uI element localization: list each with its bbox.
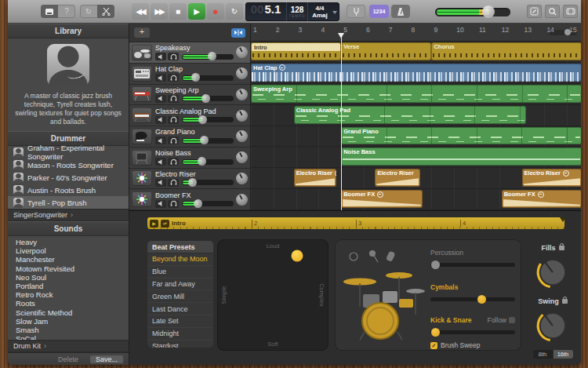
note-pad-button[interactable]	[527, 5, 542, 18]
solo-button[interactable]	[168, 116, 179, 124]
region-grand-piano[interactable]: Grand Piano	[341, 127, 581, 145]
record-button[interactable]: ●	[207, 3, 224, 20]
brush-sweep-checkbox[interactable]: ✓	[430, 342, 437, 349]
solo-button[interactable]	[168, 179, 179, 187]
sound-item-portland[interactable]: Portland	[8, 282, 129, 290]
region-verse[interactable]: Verse	[341, 42, 431, 60]
sound-item-socal[interactable]: SoCal	[8, 334, 129, 340]
sound-item-roots[interactable]: Roots	[8, 299, 129, 308]
region-noise-bass[interactable]: Noise Bass	[341, 148, 581, 166]
preset-blue[interactable]: Blue	[147, 266, 213, 279]
track-header-sweeping-arp[interactable]: Sweeping Arp	[129, 85, 250, 106]
drum-kit-illustration[interactable]	[339, 246, 427, 348]
region-boomer-fx[interactable]: Boomer FX	[341, 190, 423, 208]
track-header-noise-bass[interactable]: Noise Bass	[129, 148, 250, 169]
pan-knob[interactable]	[236, 130, 248, 142]
lane-sweeping-arp[interactable]: Sweeping Arp	[251, 84, 581, 105]
mute-button[interactable]	[155, 74, 166, 82]
solo-button[interactable]	[168, 74, 179, 82]
volume-thumb[interactable]	[191, 73, 200, 82]
mute-button[interactable]	[155, 116, 166, 124]
track-volume-slider[interactable]	[182, 54, 234, 60]
track-volume-slider[interactable]	[182, 138, 234, 144]
slider-thumb[interactable]	[431, 261, 440, 269]
lcd-display[interactable]: 00 5.1 128 tempo 4/4 Amaj	[245, 2, 339, 21]
slider-thumb[interactable]	[431, 328, 440, 337]
mute-button[interactable]	[155, 179, 166, 187]
save-button[interactable]: Save...	[89, 355, 124, 364]
slider-thumb[interactable]	[477, 295, 486, 304]
pan-knob[interactable]	[236, 173, 248, 184]
sound-item-slow-jam[interactable]: Slow Jam	[8, 317, 129, 326]
param-slider-percussion[interactable]	[430, 263, 515, 267]
editors-button[interactable]	[97, 5, 114, 18]
param-slider-kick-snare[interactable]	[430, 330, 515, 334]
mute-button[interactable]	[155, 200, 166, 208]
sound-item-scientific-method[interactable]: Scientific Method	[8, 308, 129, 317]
timeline[interactable]: 123456789101112131415 Intro Verse Chorus…	[251, 24, 581, 210]
breadcrumb-category[interactable]: SingerSongwriter ›	[8, 209, 129, 221]
param-slider-cymbals[interactable]	[430, 297, 515, 301]
pan-knob[interactable]	[236, 67, 248, 79]
playhead[interactable]	[341, 33, 342, 210]
lane-hat-clap[interactable]: Hat Clap	[251, 63, 581, 84]
loop-browser-button[interactable]	[545, 5, 560, 18]
follow-checkbox[interactable]	[509, 317, 515, 323]
track-header-speakeasy[interactable]: Speakeasy	[129, 42, 250, 64]
track-header-electro-riser[interactable]: Electro Riser	[129, 169, 250, 190]
lane-speakeasy[interactable]: Intro Verse Chorus	[251, 42, 581, 63]
library-toggle-button[interactable]	[41, 5, 58, 18]
lane-electro-riser[interactable]: Electro Riser Electro Riser Electro Rise…	[251, 168, 581, 189]
region-intro[interactable]: Intro	[251, 42, 341, 60]
fills-knob[interactable]	[535, 253, 571, 290]
add-track-button[interactable]: +	[134, 27, 150, 38]
preset-late-set[interactable]: Late Set	[147, 315, 213, 328]
track-volume-slider[interactable]	[182, 159, 234, 165]
sound-item-smash[interactable]: Smash	[8, 326, 129, 334]
drummer-item-mason-roots-songwriter[interactable]: Mason - Roots Songwriter	[8, 158, 129, 171]
quick-help-button[interactable]: ?	[58, 5, 75, 18]
mute-button[interactable]	[155, 95, 166, 103]
sound-item-liverpool[interactable]: Liverpool	[8, 246, 129, 255]
track-header-boomer-fx[interactable]: Boomer FX	[129, 189, 250, 210]
preset-green-mill[interactable]: Green Mill	[147, 290, 213, 303]
drummer-item-graham-experimental-songwriter[interactable]: Graham - Experimental Songwriter	[8, 146, 129, 158]
rate-8th-button[interactable]: 8th	[533, 350, 553, 359]
track-volume-slider[interactable]	[182, 180, 234, 185]
count-in-button[interactable]: 1234	[369, 5, 389, 18]
preset-midnight[interactable]: Midnight	[147, 328, 213, 341]
play-button[interactable]: ▶	[188, 3, 205, 20]
region-hat-clap[interactable]: Hat Clap	[251, 64, 581, 82]
sound-item-neo-soul[interactable]: Neo Soul	[8, 273, 129, 282]
rate-16th-button[interactable]: 16th	[554, 350, 573, 359]
sound-item-motown-revisited[interactable]: Motown Revisited	[8, 264, 129, 273]
lane-grand-piano[interactable]: Grand Piano	[251, 126, 581, 148]
track-volume-slider[interactable]	[182, 75, 234, 81]
pan-knob[interactable]	[236, 46, 248, 58]
drummer-item-austin-roots-brush[interactable]: Austin - Roots Brush	[8, 184, 129, 196]
forward-button[interactable]: ▶▶	[151, 3, 168, 20]
swing-knob[interactable]	[535, 307, 571, 343]
mute-button[interactable]	[155, 137, 166, 144]
region-electro-riser[interactable]: Electro Riser	[522, 169, 581, 187]
stop-button[interactable]: ■	[169, 3, 187, 20]
pan-knob[interactable]	[236, 194, 248, 206]
mute-button[interactable]	[155, 53, 166, 60]
lane-boomer-fx[interactable]: Boomer FX Boomer FX	[251, 189, 581, 210]
region-boomer-fx[interactable]: Boomer FX	[502, 190, 581, 208]
sound-item-retro-rock[interactable]: Retro Rock	[8, 290, 129, 299]
brush-sweep-control[interactable]: ✓ Brush Sweep	[430, 341, 481, 349]
volume-thumb[interactable]	[194, 199, 202, 208]
volume-thumb[interactable]	[198, 115, 207, 124]
region-sweeping-arp[interactable]: Sweeping Arp	[251, 85, 581, 103]
master-volume-slider[interactable]	[435, 8, 510, 16]
sound-item-manchester[interactable]: Manchester	[8, 255, 129, 264]
pan-knob[interactable]	[236, 89, 248, 100]
preset-far-and-away[interactable]: Far and Away	[147, 279, 213, 291]
preset-beyond-the-moon[interactable]: Beyond the Moon	[147, 253, 213, 266]
region-electro-riser[interactable]: Electro Riser	[294, 169, 337, 187]
solo-button[interactable]	[168, 200, 179, 208]
follow-control[interactable]: Follow	[487, 316, 515, 324]
media-browser-button[interactable]	[563, 5, 578, 18]
solo-button[interactable]	[168, 53, 179, 60]
